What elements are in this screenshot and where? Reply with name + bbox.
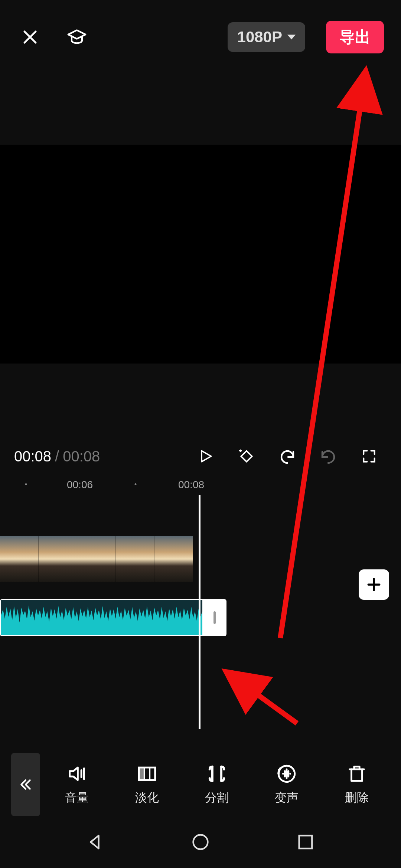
timecode: 00:08 / 00:08 [14,448,100,465]
nav-home-button[interactable] [191,832,210,853]
fullscreen-icon [361,448,377,464]
video-clip[interactable] [0,536,193,582]
tool-label: 音量 [65,790,89,806]
plus-icon [366,576,382,593]
circle-home-icon [191,832,210,852]
annotation-overlay [0,0,401,868]
svg-rect-4 [299,836,312,849]
export-label: 导出 [339,28,371,46]
keyframe-icon [238,448,255,464]
tool-volume[interactable]: 音量 [44,763,110,806]
close-icon [20,27,40,47]
ruler-mark: 00:08 [178,479,204,491]
square-recent-icon [296,832,315,852]
nav-back-button[interactable] [86,832,105,853]
ruler-mark: 00:06 [67,479,93,491]
timecode-current: 00:08 [14,448,51,465]
time-ruler: 00:06 00:08 [0,477,401,493]
tool-delete[interactable]: 删除 [324,763,390,806]
graduation-cap-icon [66,27,87,47]
tool-split[interactable]: 分割 [184,763,250,806]
redo-button[interactable] [314,442,342,470]
tutorial-button[interactable] [64,24,90,50]
close-button[interactable] [17,24,43,50]
resolution-label: 1080P [237,28,282,46]
add-clip-button[interactable] [359,569,389,600]
timeline[interactable]: 00:06 00:08 [0,477,401,725]
fade-icon [136,763,158,785]
resolution-selector[interactable]: 1080P [228,22,305,52]
voice-change-icon [276,763,297,785]
speaker-icon [66,763,88,785]
tool-label: 淡化 [135,790,159,806]
tool-fade[interactable]: 淡化 [114,763,180,806]
tool-voice-change[interactable]: 变声 [254,763,320,806]
toolbar-back-button[interactable] [11,753,40,816]
playback-bar: 00:08 / 00:08 [0,440,401,473]
svg-rect-1 [139,767,144,780]
video-preview[interactable] [0,145,401,364]
playhead[interactable] [199,495,200,729]
keyframe-add-button[interactable] [232,442,261,470]
export-button[interactable]: 导出 [326,21,384,53]
undo-icon [278,447,296,465]
split-icon [206,763,228,785]
play-button[interactable] [192,442,220,470]
audio-clip[interactable] [0,599,226,636]
svg-point-3 [193,835,208,849]
audio-clip-trim-handle[interactable] [202,599,226,636]
tool-label: 删除 [345,790,369,806]
timecode-separator: / [55,448,59,465]
fullscreen-button[interactable] [355,442,383,470]
triangle-back-icon [86,832,105,852]
caret-down-icon [287,34,296,40]
undo-button[interactable] [273,442,301,470]
edit-toolbar: 音量 淡化 分割 变声 删除 [0,749,401,820]
chevrons-left-icon [18,777,33,792]
topbar: 1080P 导出 [0,0,401,74]
timecode-total: 00:08 [63,448,100,465]
tool-label: 变声 [275,790,299,806]
redo-icon [319,447,337,465]
play-icon [198,448,214,464]
system-nav-bar [0,824,401,861]
nav-recent-button[interactable] [296,832,315,853]
trash-icon [346,763,368,785]
tool-label: 分割 [205,790,229,806]
waveform-icon [1,600,202,635]
